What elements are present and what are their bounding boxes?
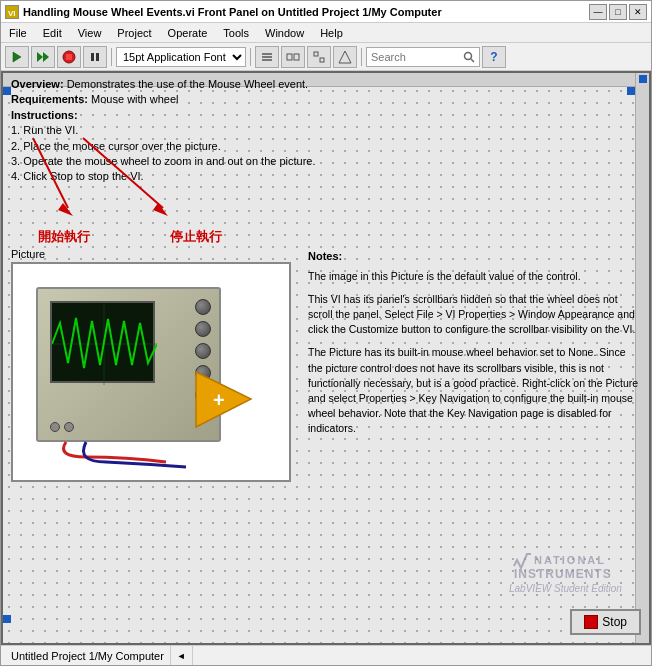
status-bar: Untitled Project 1/My Computer ◄ [1, 645, 651, 665]
align-button[interactable] [255, 46, 279, 68]
ni-logo-svg: NATIONAL INSTRUMENTS LabVIEW Student Edi… [509, 546, 639, 601]
corner-dot-bl [3, 615, 11, 623]
svg-text:VI: VI [8, 9, 16, 18]
close-button[interactable]: ✕ [629, 4, 647, 20]
svg-line-25 [471, 59, 474, 62]
svg-text:+: + [213, 389, 225, 411]
resize-button[interactable] [307, 46, 331, 68]
knob-3[interactable] [195, 343, 211, 359]
app-icon: VI [5, 5, 19, 19]
picture-section: Picture [11, 248, 301, 482]
svg-rect-10 [91, 53, 94, 61]
run-button[interactable] [5, 46, 29, 68]
main-window: VI Handling Mouse Wheel Events.vi Front … [0, 0, 652, 666]
picture-label: Picture [11, 248, 301, 260]
knob-2[interactable] [195, 321, 211, 337]
step1: 1. Run the VI. [11, 123, 633, 138]
panel-inner: Overview: Demonstrates the use of the Mo… [3, 73, 649, 643]
svg-point-24 [465, 52, 472, 59]
project-name: Untitled Project 1/My Computer [11, 650, 164, 662]
svg-rect-9 [88, 50, 102, 64]
scope-ports [50, 422, 74, 432]
step3: 3. Operate the mouse wheel to zoom in an… [11, 154, 633, 169]
minimize-button[interactable]: — [589, 4, 607, 20]
svg-text:NATIONAL: NATIONAL [534, 554, 606, 566]
search-icon [463, 51, 475, 63]
ni-watermark: NATIONAL INSTRUMENTS LabVIEW Student Edi… [509, 546, 639, 603]
menu-view[interactable]: View [70, 25, 110, 41]
stop-icon [584, 615, 598, 629]
chinese-labels: 開始執行 停止執行 [38, 228, 222, 246]
svg-marker-27 [58, 203, 73, 216]
main-content: Overview: Demonstrates the use of the Mo… [1, 71, 651, 645]
toolbar: 15pt Application Font ? [1, 43, 651, 71]
menu-window[interactable]: Window [257, 25, 312, 41]
notes-label: Notes: [308, 248, 641, 265]
pause-button[interactable] [83, 46, 107, 68]
requirements-label: Requirements: [11, 93, 88, 105]
picture-frame[interactable]: + [11, 262, 291, 482]
stop-label: 停止執行 [170, 228, 222, 246]
maximize-button[interactable]: □ [609, 4, 627, 20]
svg-text:INSTRUMENTS: INSTRUMENTS [514, 567, 612, 581]
search-input[interactable] [371, 51, 461, 63]
title-bar-left: VI Handling Mouse Wheel Events.vi Front … [5, 5, 442, 19]
stop-label: Stop [602, 615, 627, 629]
notes-p3: The Picture has its built-in mouse wheel… [308, 345, 641, 436]
instructions-line: Instructions: [11, 108, 633, 123]
distribute-button[interactable] [281, 46, 305, 68]
port-2 [64, 422, 74, 432]
help-button[interactable]: ? [482, 46, 506, 68]
requirements-text: Mouse with wheel [91, 93, 178, 105]
title-bar-controls: — □ ✕ [589, 4, 647, 20]
notes-section: Notes: The image in this Picture is the … [308, 248, 641, 445]
menu-project[interactable]: Project [109, 25, 159, 41]
start-label: 開始執行 [38, 228, 90, 246]
reorder-button[interactable] [333, 46, 357, 68]
toolbar-sep-1 [111, 48, 112, 66]
svg-text:LabVIEW Student Edition: LabVIEW Student Edition [509, 583, 622, 594]
corner-dot-tl [3, 87, 11, 95]
font-selector[interactable]: 15pt Application Font [116, 47, 246, 67]
triangle-svg: + [191, 367, 256, 432]
notes-text: The image in this Picture is the default… [308, 269, 641, 437]
scope-wave-svg [52, 303, 157, 385]
step4: 4. Click Stop to stop the VI. [11, 169, 633, 184]
svg-rect-8 [66, 54, 72, 60]
requirements-line: Requirements: Mouse with wheel [11, 92, 633, 107]
step2: 2. Place the mouse cursor over the pictu… [11, 139, 633, 154]
instructions-label: Instructions: [11, 109, 78, 121]
menu-tools[interactable]: Tools [215, 25, 257, 41]
notes-p1: The image in this Picture is the default… [308, 269, 641, 284]
toolbar-sep-2 [250, 48, 251, 66]
knob-1[interactable] [195, 299, 211, 315]
menu-edit[interactable]: Edit [35, 25, 70, 41]
overview-text: Demonstrates the use of the Mouse Wheel … [67, 78, 309, 90]
notes-p2: This VI has its panel's scrollbars hidde… [308, 292, 641, 338]
overview-line: Overview: Demonstrates the use of the Mo… [11, 77, 633, 92]
toolbar-sep-3 [361, 48, 362, 66]
info-section: Overview: Demonstrates the use of the Mo… [11, 77, 633, 185]
status-arrow: ◄ [171, 646, 193, 665]
overview-label: Overview: [11, 78, 64, 90]
front-panel[interactable]: Overview: Demonstrates the use of the Mo… [1, 71, 651, 645]
play-triangle-container: + [191, 367, 256, 434]
menu-bar: File Edit View Project Operate Tools Win… [1, 23, 651, 43]
search-box[interactable] [366, 47, 480, 67]
window-title: Handling Mouse Wheel Events.vi Front Pan… [23, 6, 442, 18]
svg-rect-11 [96, 53, 99, 61]
menu-operate[interactable]: Operate [160, 25, 216, 41]
scope-screen [50, 301, 155, 383]
status-project: Untitled Project 1/My Computer [5, 646, 171, 665]
menu-help[interactable]: Help [312, 25, 351, 41]
svg-marker-29 [153, 203, 168, 216]
abort-button[interactable] [57, 46, 81, 68]
port-1 [50, 422, 60, 432]
svg-rect-16 [286, 50, 300, 64]
menu-file[interactable]: File [1, 25, 35, 41]
run-continuously-button[interactable] [31, 46, 55, 68]
stop-button[interactable]: Stop [570, 609, 641, 635]
title-bar: VI Handling Mouse Wheel Events.vi Front … [1, 1, 651, 23]
oscilloscope-illustration: + [26, 272, 276, 472]
